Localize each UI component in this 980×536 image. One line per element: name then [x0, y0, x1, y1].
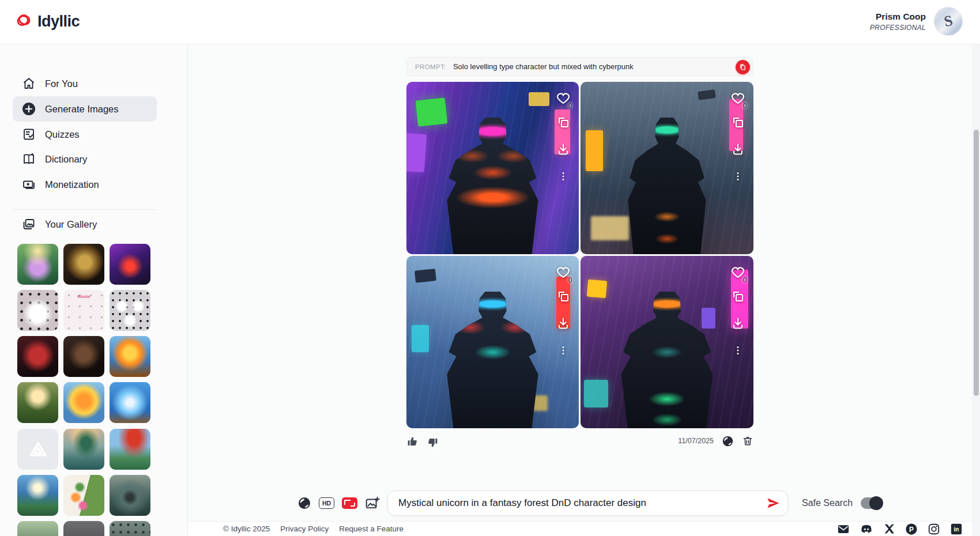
header: Idyllic Prism Coop PROFESSIONAL S: [0, 0, 980, 44]
brand-logo[interactable]: Idyllic: [15, 12, 80, 31]
thumbnail-unicorn-forest[interactable]: [17, 244, 58, 285]
copy-image-button[interactable]: [730, 288, 746, 304]
triangle-placeholder-icon: [28, 440, 48, 459]
book-icon: [21, 152, 36, 167]
copy-image-button[interactable]: [730, 114, 746, 130]
add-image-button[interactable]: [365, 496, 380, 511]
instagram-link[interactable]: [928, 523, 940, 535]
copy-image-button[interactable]: [555, 288, 571, 304]
sidebar-item-label: Generate Images: [45, 104, 119, 115]
discord-link[interactable]: [860, 523, 873, 535]
brand-name: Idyllic: [37, 13, 80, 31]
sidebar-item-label: Quizzes: [45, 129, 80, 140]
thumbnail-dark-scene[interactable]: [63, 521, 104, 536]
thumbs-up-button[interactable]: [406, 435, 419, 447]
generated-image-4[interactable]: 0: [581, 256, 753, 428]
idyllic-swirl-icon: [15, 12, 32, 31]
thumbnail-rosie-puppy-sheet[interactable]: Rosie: [63, 290, 104, 331]
more-options-button[interactable]: [730, 168, 746, 184]
sidebar-item-your-gallery[interactable]: Your Gallery: [13, 212, 157, 237]
like-count: 0: [743, 276, 747, 284]
download-button[interactable]: [730, 315, 746, 331]
download-button[interactable]: [730, 141, 746, 157]
thumbnail-goku-fire[interactable]: [110, 336, 150, 377]
copy-icon: [556, 115, 570, 129]
visibility-globe-button[interactable]: [722, 435, 734, 447]
like-count: 0: [568, 276, 572, 284]
generated-image-1[interactable]: 0: [406, 82, 579, 254]
character-silhouette: [446, 118, 539, 254]
gallery-icon: [21, 217, 36, 232]
thumbnail-picnic-food[interactable]: [63, 475, 104, 516]
download-button[interactable]: [555, 141, 571, 157]
scrollbar-thumb[interactable]: [974, 130, 979, 396]
avatar[interactable]: S: [934, 7, 963, 36]
avatar-initial: S: [943, 12, 954, 31]
download-icon: [556, 316, 570, 330]
sidebar-item-generate-images[interactable]: Generate Images: [13, 96, 157, 122]
thumbnail-mountain-peak[interactable]: [17, 475, 58, 516]
sidebar-item-monetization[interactable]: Monetization: [13, 172, 157, 197]
thumbnail-forest-path[interactable]: [17, 382, 58, 423]
thumbnail-cyberpunk-character[interactable]: [110, 244, 150, 285]
linkedin-link[interactable]: in: [950, 523, 963, 535]
generation-date: 11/07/2025: [678, 437, 714, 445]
more-options-button[interactable]: [555, 168, 571, 184]
thumbnail-placeholder[interactable]: [17, 429, 58, 470]
scrollbar-track[interactable]: [972, 44, 980, 536]
copy-prompt-button[interactable]: [736, 60, 750, 74]
thumbnail-red-dragon[interactable]: [110, 429, 150, 470]
thumbs-down-icon: [427, 437, 439, 449]
thumbnail-goku-orange[interactable]: [63, 382, 104, 423]
prompt-input[interactable]: [387, 490, 788, 516]
thumbnail-goku-blue-aura[interactable]: [110, 382, 150, 423]
footer: © Idyllic 2025 Privacy Policy Request a …: [188, 521, 980, 536]
thumbnail-dalmatian-family[interactable]: [17, 290, 58, 331]
send-arrow-icon: [766, 496, 781, 510]
thumbnail-mottled-scene[interactable]: [110, 521, 150, 536]
more-options-button[interactable]: [730, 342, 746, 358]
download-button[interactable]: [555, 315, 571, 331]
sidebar-item-quizzes[interactable]: Quizzes: [13, 122, 157, 147]
sidebar-item-label: Your Gallery: [45, 219, 97, 230]
x-twitter-link[interactable]: [883, 523, 895, 535]
thumbnail-red-coat-man[interactable]: [17, 336, 58, 377]
user-menu[interactable]: Prism Coop PROFESSIONAL S: [870, 7, 963, 36]
user-plan: PROFESSIONAL: [870, 24, 926, 32]
privacy-policy-link[interactable]: Privacy Policy: [280, 524, 329, 533]
thumbnail-gold-watch[interactable]: [63, 244, 104, 285]
sidebar: For You Generate Images Quizzes: [0, 44, 188, 536]
pinterest-link[interactable]: P: [905, 523, 918, 535]
globe-icon: [722, 435, 734, 447]
thumbnail-river-scene[interactable]: [17, 521, 58, 536]
sidebar-item-dictionary[interactable]: Dictionary: [13, 146, 157, 172]
prompt-text: Solo levelling type character but mixed …: [453, 62, 634, 71]
thumbnail-brown-coat-man[interactable]: [63, 336, 104, 377]
thumbnail-water-ripple[interactable]: [110, 475, 150, 516]
like-count: 0: [568, 102, 572, 110]
mail-link[interactable]: [837, 523, 850, 535]
home-icon: [21, 77, 36, 91]
generated-image-2[interactable]: 0: [581, 82, 753, 254]
request-feature-link[interactable]: Request a Feature: [339, 524, 404, 533]
thumbs-down-button[interactable]: [427, 437, 439, 449]
more-options-button[interactable]: [555, 342, 571, 358]
public-globe-toggle[interactable]: [297, 496, 311, 510]
generated-image-3[interactable]: 0: [406, 256, 579, 428]
thumbnail-dalmatian-sheet[interactable]: [110, 290, 150, 331]
send-button[interactable]: [765, 496, 781, 511]
copy-icon: [731, 289, 745, 303]
composer-bar: HD Safe Search: [297, 489, 883, 517]
delete-button[interactable]: [742, 435, 753, 447]
copy-image-button[interactable]: [555, 114, 571, 130]
aspect-ratio-button[interactable]: [342, 497, 357, 509]
safe-search-toggle[interactable]: [861, 497, 883, 509]
sidebar-item-for-you[interactable]: For You: [13, 71, 157, 96]
download-icon: [556, 142, 570, 156]
hd-quality-toggle[interactable]: HD: [319, 497, 334, 509]
thumbnail-green-dragon[interactable]: [63, 429, 104, 470]
dots-vertical-icon: [557, 171, 569, 182]
x-icon: [883, 523, 895, 535]
download-icon: [731, 316, 745, 330]
sidebar-item-label: For You: [45, 78, 78, 89]
